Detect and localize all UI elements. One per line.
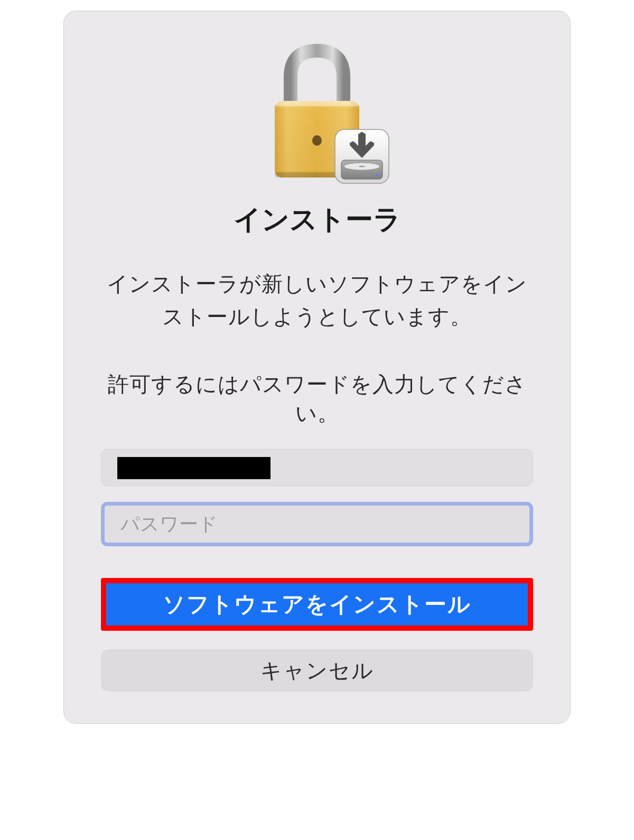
svg-rect-7	[358, 134, 366, 147]
redacted-username	[117, 457, 271, 479]
svg-point-4	[312, 135, 322, 146]
download-arrow-icon	[333, 127, 391, 185]
password-prompt: 許可するにはパスワードを入力してください。	[101, 370, 533, 428]
password-input[interactable]	[120, 506, 514, 543]
dialog-title: インストーラ	[101, 201, 533, 238]
svg-point-12	[376, 174, 379, 177]
dialog-message: インストーラが新しいソフトウェアをインストールしようとしています。	[101, 267, 533, 333]
password-field-container	[101, 502, 533, 546]
dialog-icon-container	[101, 38, 533, 185]
auth-dialog: インストーラ インストーラが新しいソフトウェアをインストールしようとしています。…	[63, 11, 571, 724]
svg-point-11	[359, 166, 365, 167]
username-field[interactable]	[101, 449, 533, 486]
cancel-button[interactable]: キャンセル	[101, 649, 533, 692]
svg-rect-2	[275, 101, 359, 106]
install-software-button[interactable]: ソフトウェアをインストール	[101, 578, 533, 631]
